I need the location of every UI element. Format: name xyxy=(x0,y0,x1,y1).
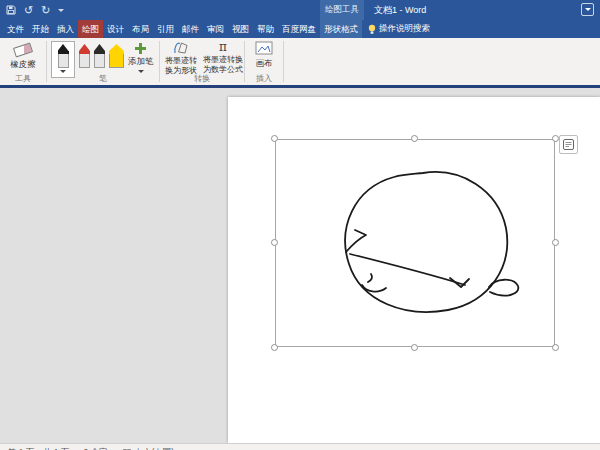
insert-group: 画布 插入 xyxy=(245,38,283,85)
word-window: 绘图工具 文档1 - Word 文件 开始 插入 绘图 设计 布局 引用 邮件 … xyxy=(0,0,600,450)
pen-red[interactable] xyxy=(79,44,90,68)
drawing-canvas-icon xyxy=(255,41,273,55)
tab-file[interactable]: 文件 xyxy=(3,20,28,38)
selection-handle-bottom-right[interactable] xyxy=(552,344,559,351)
tab-layout[interactable]: 布局 xyxy=(128,20,153,38)
ribbon-tab-bar: 文件 开始 插入 绘图 设计 布局 引用 邮件 审阅 视图 帮助 百度网盘 形状… xyxy=(0,20,600,38)
selection-handle-bottom-middle[interactable] xyxy=(411,344,418,351)
eraser-label: 橡皮擦 xyxy=(10,59,36,71)
tab-draw[interactable]: 绘图 xyxy=(78,20,103,38)
pen-group-label: 笔 xyxy=(47,73,159,84)
tab-home[interactable]: 开始 xyxy=(28,20,53,38)
tab-design[interactable]: 设计 xyxy=(103,20,128,38)
selection-handle-middle-right[interactable] xyxy=(552,239,559,246)
group-separator xyxy=(283,41,284,82)
ink-drawing-face[interactable] xyxy=(276,140,556,348)
tab-view[interactable]: 视图 xyxy=(228,20,253,38)
tab-help[interactable]: 帮助 xyxy=(253,20,278,38)
selection-handle-top-left[interactable] xyxy=(271,135,278,142)
eraser-icon xyxy=(13,42,33,57)
layout-options-icon xyxy=(562,138,575,151)
convert-group-label: 转换 xyxy=(160,73,244,84)
drawing-canvas-label: 画布 xyxy=(256,58,273,70)
tab-shape-format[interactable]: 形状格式 xyxy=(320,20,362,38)
document-title: 文档1 - Word xyxy=(374,0,426,20)
tab-insert[interactable]: 插入 xyxy=(53,20,78,38)
highlighter-yellow[interactable] xyxy=(109,44,124,68)
pen-black-2[interactable] xyxy=(94,44,105,68)
save-button[interactable] xyxy=(6,3,16,17)
title-bar: 绘图工具 文档1 - Word xyxy=(0,0,600,20)
customize-qat-caret-icon[interactable] xyxy=(58,9,64,12)
ink-selection-box[interactable] xyxy=(275,139,555,347)
tab-mailings[interactable]: 邮件 xyxy=(178,20,203,38)
add-pen-button[interactable]: 添加笔 xyxy=(128,43,154,73)
eraser-button[interactable]: 橡皮擦 xyxy=(0,40,46,71)
drawing-canvas-button[interactable]: 画布 xyxy=(245,41,283,70)
lightbulb-icon xyxy=(368,24,376,35)
tab-review[interactable]: 审阅 xyxy=(203,20,228,38)
quick-access-toolbar xyxy=(6,0,64,20)
tell-me-search[interactable]: 操作说明搜索 xyxy=(368,20,430,38)
layout-options-button[interactable] xyxy=(559,135,578,154)
convert-group: 将墨迹转换为形状 将墨迹转换为数学公式 转换 xyxy=(160,38,244,85)
chevron-down-icon xyxy=(585,8,591,11)
undo-icon[interactable] xyxy=(24,3,33,17)
ink-to-math-icon xyxy=(219,40,227,54)
tools-group-label: 工具 xyxy=(0,73,46,84)
tools-group: 橡皮擦 工具 xyxy=(0,38,46,85)
selection-handle-middle-left[interactable] xyxy=(271,239,278,246)
selection-handle-bottom-left[interactable] xyxy=(271,344,278,351)
black-pen-icon xyxy=(58,44,69,68)
tell-me-label: 操作说明搜索 xyxy=(379,23,430,35)
document-area xyxy=(0,91,600,443)
save-icon xyxy=(6,5,16,15)
insert-group-label: 插入 xyxy=(245,73,283,84)
add-pen-label: 添加笔 xyxy=(128,56,154,68)
ink-to-shape-icon xyxy=(173,40,189,55)
add-pen-plus-icon xyxy=(135,43,146,54)
selection-handle-top-middle[interactable] xyxy=(411,135,418,142)
ribbon-display-options-button[interactable] xyxy=(581,3,594,16)
tab-baidu-netdisk[interactable]: 百度网盘 xyxy=(278,20,320,38)
redo-icon[interactable] xyxy=(41,3,50,17)
ink-to-math-button[interactable]: 将墨迹转换为数学公式 xyxy=(201,40,245,74)
ribbon: 橡皮擦 工具 xyxy=(0,38,600,88)
pens-group: 添加笔 笔 xyxy=(47,38,159,85)
ink-to-shape-button[interactable]: 将墨迹转换为形状 xyxy=(162,40,200,75)
status-bar: 第 1 页，共 1 页 0 个字 中文(中国) xyxy=(0,443,600,450)
selection-handle-top-right[interactable] xyxy=(552,135,559,142)
tab-references[interactable]: 引用 xyxy=(153,20,178,38)
contextual-tools-header: 绘图工具 xyxy=(320,0,364,20)
ink-to-math-label: 将墨迹转换为数学公式 xyxy=(202,55,244,74)
